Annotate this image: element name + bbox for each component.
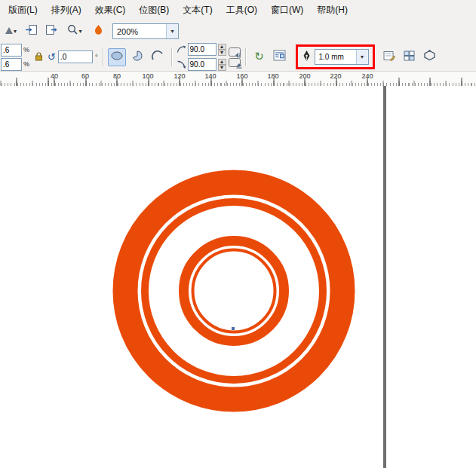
outline-width-value: 1.0 mm: [315, 53, 356, 61]
scale-fields: % %: [1, 44, 29, 71]
separator: [103, 48, 103, 66]
mirror-horizontal-button[interactable]: [229, 47, 241, 57]
horizontal-ruler[interactable]: 40 60 80 100 120 140 160 180 200 220 240: [0, 71, 476, 87]
scale-y-unit: %: [23, 60, 29, 68]
ruler-label: 200: [296, 72, 313, 80]
ruler-label: 80: [109, 72, 125, 80]
ruler-label: 220: [327, 72, 344, 80]
import-button[interactable]: [22, 23, 40, 41]
export-icon: [45, 24, 58, 38]
separator: [245, 48, 246, 66]
text-wrap-icon: [273, 50, 286, 64]
outline-width-highlight-box: 1.0 mm ▾: [296, 44, 375, 69]
property-bar: % % ↺ °: [0, 43, 476, 72]
concentric-rings-shape[interactable]: [125, 182, 342, 399]
start-angle-down-button[interactable]: ▾: [218, 50, 226, 56]
rotate-ccw-icon: ↺: [48, 52, 56, 62]
down-arrow-icon: ▾: [220, 65, 223, 71]
outline-width-combobox[interactable]: 1.0 mm ▾: [315, 49, 369, 65]
zoom-level-value: 200%: [113, 27, 166, 36]
page-pen-icon: [383, 50, 395, 64]
export-button[interactable]: [42, 23, 60, 41]
mirror-vertical-button[interactable]: [229, 58, 241, 67]
ruler-label: 240: [359, 72, 376, 80]
arc-angle-fields: ▴ ▾ ▴ ▾: [177, 43, 226, 72]
ruler-label: 140: [202, 72, 219, 80]
outline-pen-icon: [302, 50, 312, 65]
menu-window[interactable]: 窗口(W): [264, 0, 310, 20]
lock-ratio-button[interactable]: [32, 50, 45, 65]
fill-dialog-button[interactable]: [401, 48, 419, 66]
ruler-label: 120: [171, 72, 188, 80]
rotate-cw-icon: ↻: [254, 51, 264, 63]
caret-down-icon: ▾: [78, 29, 81, 35]
arc-icon: [151, 50, 164, 65]
mirror-vertical-icon: [235, 60, 244, 72]
arc-button[interactable]: [149, 48, 167, 66]
magnifier-icon: [67, 24, 78, 38]
menu-text[interactable]: 文本(T): [176, 0, 219, 20]
tool-dropdown-button[interactable]: ▾: [2, 23, 20, 41]
start-angle-spinner: ▴ ▾: [218, 44, 226, 56]
curve-node-handle[interactable]: [232, 327, 235, 330]
degree-symbol: °: [95, 54, 98, 61]
menu-layout[interactable]: 版面(L): [2, 0, 45, 20]
ruler-label: 160: [234, 72, 250, 80]
caret-down-icon: ▾: [361, 54, 364, 60]
fill-grid-icon: [404, 50, 415, 64]
import-icon: [25, 24, 38, 38]
menu-help[interactable]: 帮助(H): [310, 0, 355, 20]
zoom-tool-dropdown-button[interactable]: ▾: [63, 23, 87, 41]
caret-down-icon: ▾: [170, 29, 174, 35]
menu-tools[interactable]: 工具(O): [220, 0, 264, 20]
outline-width-dropdown-button[interactable]: ▾: [356, 50, 368, 64]
ruler-label: 180: [265, 72, 281, 80]
arc-direction-toggle-button[interactable]: ↻: [250, 48, 269, 66]
drawing-canvas[interactable]: [0, 86, 476, 468]
canvas-artwork: [0, 86, 476, 468]
ellipse-button[interactable]: [108, 48, 126, 66]
pie-button[interactable]: [128, 48, 146, 66]
mirror-buttons: [229, 47, 241, 67]
end-angle-down-button[interactable]: ▾: [218, 65, 226, 71]
ruler-label: 60: [77, 72, 94, 80]
ellipse-icon: [110, 50, 124, 65]
zoom-level-dropdown-button[interactable]: ▾: [166, 24, 178, 38]
end-angle-field[interactable]: [188, 58, 217, 71]
menu-arrange[interactable]: 排列(A): [45, 0, 88, 20]
app-window: 版面(L) 排列(A) 效果(C) 位图(B) 文本(T) 工具(O) 窗口(W…: [0, 0, 476, 468]
scale-x-field[interactable]: [1, 44, 22, 57]
page-edge-line: [383, 86, 386, 468]
ruler-label: 100: [140, 72, 156, 80]
start-angle-field[interactable]: [188, 43, 217, 56]
down-arrow-icon: ▾: [220, 50, 223, 56]
start-angle-icon: [177, 43, 186, 57]
convert-to-curves-button[interactable]: [421, 48, 439, 66]
wrap-paragraph-text-button[interactable]: [271, 48, 289, 66]
menu-bar: 版面(L) 排列(A) 效果(C) 位图(B) 文本(T) 工具(O) 窗口(W…: [0, 0, 476, 20]
menu-bitmaps[interactable]: 位图(B): [132, 0, 176, 20]
menu-effects[interactable]: 效果(C): [88, 0, 133, 20]
separator: [171, 48, 172, 66]
caret-down-icon: ▾: [14, 29, 17, 35]
outline-dialog-button[interactable]: [380, 48, 398, 66]
ruler-label: 40: [46, 72, 63, 80]
scale-y-field[interactable]: [1, 58, 22, 71]
pie-icon: [131, 50, 144, 65]
flame-icon: [94, 24, 103, 38]
end-angle-spinner: ▴ ▾: [218, 59, 226, 71]
tool-shape-icon: [5, 25, 14, 38]
scale-x-unit: %: [23, 46, 29, 54]
padlock-icon: [35, 50, 43, 64]
standard-toolbar: ▾ ▾ 200% ▾: [0, 20, 476, 44]
zoom-level-combobox[interactable]: 200% ▾: [112, 23, 179, 39]
end-angle-icon: [177, 58, 186, 72]
hexagon-nodes-icon: [423, 50, 436, 64]
rotation-angle-field[interactable]: [58, 50, 93, 63]
application-launcher-button[interactable]: [89, 23, 107, 41]
